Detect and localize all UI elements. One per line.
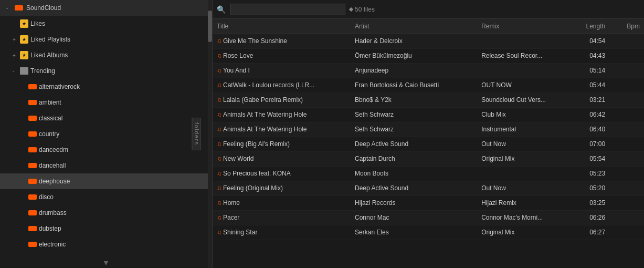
sc-icon [28,84,37,89]
sidebar-item-liked-playlists[interactable]: + ★ Liked Playlists [0,32,212,47]
sidebar-label-danceedm: danceedm [39,146,68,153]
sc-icon [28,100,37,105]
sc-icon [28,179,37,184]
sidebar-item-folksingersongwriter[interactable]: folksingersongwriter [0,252,212,257]
table-row[interactable]: ♫Home Hijazi Records Hijazi Remix 03:25 [213,195,644,210]
cell-bpm [609,181,644,195]
cell-length: 05:44 [569,78,610,92]
cell-bpm [609,195,644,210]
sidebar-scrollbar[interactable] [208,0,212,268]
cell-bpm [609,92,644,107]
cell-remix [477,34,569,48]
table-row[interactable]: ♫Animals At The Watering Hole Seth Schwa… [213,107,644,122]
cell-artist: Captain Durch [351,151,477,166]
sidebar-label-soundcloud: SoundCloud [26,4,61,12]
star-icon: ★ [20,35,28,44]
sidebar-item-country[interactable]: country [0,126,212,142]
sc-icon [28,131,37,137]
cell-artist: Deep Active Sound [351,137,477,151]
col-header-length: Length [569,19,610,34]
sidebar-item-drumbass[interactable]: drumbass [0,205,212,221]
sidebar-item-dancehall[interactable]: dancehall [0,158,212,173]
sidebar-item-alternativerock[interactable]: alternativerock [0,79,212,95]
cell-length: 05:20 [569,181,610,195]
table-row[interactable]: ♫Animals At The Watering Hole Seth Schwa… [213,122,644,137]
cell-length: 05:23 [569,166,610,181]
sidebar-label-trending: Trending [30,67,55,75]
cell-title: ♫Pacer [213,210,351,225]
cell-title: ♫New World [213,151,351,166]
sidebar-scroll-down-arrow[interactable]: ▼ [0,257,212,268]
table-row[interactable]: ♫Give Me The Sunshine Hader & Delcroix 0… [213,34,644,48]
cell-artist: Moon Boots [351,166,477,181]
cell-length: 06:42 [569,107,610,122]
sidebar-label-classical: classical [39,115,62,122]
cell-remix: Original Mix [477,225,569,240]
cell-title: ♫Rose Love [213,48,351,63]
sidebar-item-danceedm[interactable]: danceedm [0,142,212,158]
toggle-liked-albums[interactable]: + [13,53,20,58]
sidebar-label-dancehall: dancehall [39,162,66,169]
cell-artist: Serkan Eles [351,225,477,240]
table-row[interactable]: ♫Lalala (Gabe Pereira Remix) Bbno$ & Y2k… [213,92,644,107]
table-row[interactable]: ♫Rose Love Ömer Bükülmezoğlu Release Sou… [213,48,644,63]
cell-title: ♫Animals At The Watering Hole [213,122,351,137]
toggle-liked-playlists[interactable]: + [13,37,20,43]
cell-bpm [609,107,644,122]
cell-length: 06:40 [569,122,610,137]
table-row[interactable]: ♫Feeling (Original Mix) Deep Active Soun… [213,181,644,195]
cell-remix [477,63,569,78]
toggle-soundcloud[interactable]: - [6,5,14,11]
col-header-artist: Artist [351,19,477,34]
cell-length: 04:54 [569,34,610,48]
star-icon: ★ [20,19,28,28]
toggle-trending[interactable]: - [13,68,20,74]
table-row[interactable]: ♫CatWalk - Loulou records (LLR... Fran B… [213,78,644,92]
table-row[interactable]: ♫Pacer Connor Mac Connor Mac's Morni... … [213,210,644,225]
sidebar-label-ambient: ambient [39,99,61,106]
sidebar-item-ambient[interactable]: ambient [0,95,212,110]
sidebar-item-trending[interactable]: - Trending [0,63,212,79]
cell-title: ♫Lalala (Gabe Pereira Remix) [213,92,351,107]
svg-rect-0 [15,5,23,11]
cell-length: 07:00 [569,137,610,151]
sidebar-item-classical[interactable]: classical [0,110,212,126]
sidebar-item-soundcloud[interactable]: - SoundCloud [0,0,212,16]
file-count: 50 files [350,6,375,13]
cell-artist: Bbno$ & Y2k [351,92,477,107]
cell-bpm [609,63,644,78]
table-row[interactable]: ♫You And I Anjunadeep 05:14 [213,63,644,78]
sidebar-item-deephouse[interactable]: deephouse [0,173,212,189]
cell-length: 06:26 [569,210,610,225]
cell-artist: Hader & Delcroix [351,34,477,48]
cell-artist: Deep Active Sound [351,181,477,195]
table-row[interactable]: ♫New World Captain Durch Original Mix 05… [213,151,644,166]
search-input[interactable] [230,4,345,15]
sidebar: - SoundCloud ★ Likes + ★ Liked Playlists… [0,0,213,268]
sidebar-label-electronic: electronic [39,241,66,248]
search-icon: 🔍 [217,5,226,14]
sidebar-scrollbar-thumb[interactable] [208,11,212,42]
sidebar-item-electronic[interactable]: electronic [0,236,212,252]
sidebar-item-dubstep[interactable]: dubstep [0,221,212,236]
cell-artist: Connor Mac [351,210,477,225]
cell-length: 05:14 [569,63,610,78]
sidebar-item-liked-albums[interactable]: + ★ Liked Albums [0,47,212,63]
cell-length: 05:54 [569,151,610,166]
cell-length: 03:21 [569,92,610,107]
star-icon: ★ [20,51,28,59]
table-row[interactable]: ♫Shining Star Serkan Eles Original Mix 0… [213,225,644,240]
table-row[interactable]: ♫Feeling (Big Al's Remix) Deep Active So… [213,137,644,151]
cell-remix: OUT NOW [477,78,569,92]
cell-remix: Original Mix [477,151,569,166]
cell-title: ♫Give Me The Sunshine [213,34,351,48]
cell-bpm [609,151,644,166]
sidebar-item-likes[interactable]: ★ Likes [0,16,212,32]
diamond-icon [349,7,353,11]
track-table: Title Artist Remix Length Bpm ♫Give Me T… [213,19,644,268]
sidebar-item-disco[interactable]: disco [0,189,212,205]
table-row[interactable]: ♫So Precious feat. KONA Moon Boots 05:23 [213,166,644,181]
folders-tab[interactable]: folders [192,118,200,150]
sidebar-label-dubstep: dubstep [39,225,61,232]
toolbar: 🔍 50 files [213,0,644,19]
